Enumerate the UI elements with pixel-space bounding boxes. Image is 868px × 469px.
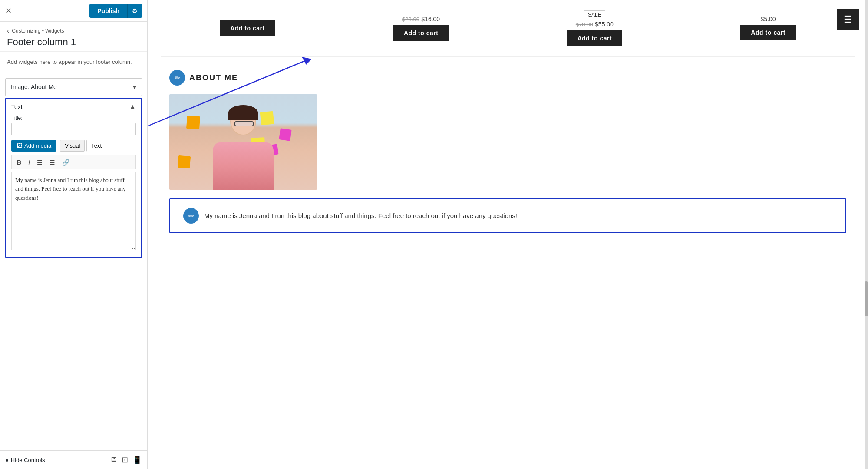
about-image: [169, 94, 317, 190]
ordered-list-button[interactable]: ☰: [47, 157, 58, 168]
product-item: $5.00 Add to cart: [740, 16, 795, 40]
price-new: $55.00: [595, 21, 614, 28]
text-widget-content: Title: 🖼 Add media Visual Text B I ☰: [6, 115, 141, 257]
breadcrumb-nav: ‹ Customizing • Widgets: [7, 27, 140, 35]
price-old: $23.00: [402, 16, 419, 23]
sticky-note-4: [178, 155, 191, 168]
add-media-label: Add media: [24, 142, 51, 149]
text-editor[interactable]: [11, 172, 136, 250]
image-widget-chevron: ▾: [133, 83, 136, 91]
link-button[interactable]: 🔗: [59, 157, 72, 168]
preview-bio-text: My name is Jenna and I run this blog abo…: [204, 211, 517, 221]
sticky-note-1: [260, 111, 274, 126]
product-item: Add to cart: [220, 20, 275, 36]
sale-badge: SALE: [584, 10, 605, 18]
back-button[interactable]: ‹: [7, 27, 9, 35]
hide-controls-icon: ●: [5, 457, 9, 463]
product-item: $23.00 $16.00 Add to cart: [393, 15, 449, 41]
image-widget-header[interactable]: Image: About Me ▾: [6, 79, 142, 96]
body: [213, 142, 274, 190]
tab-text[interactable]: Text: [86, 140, 106, 152]
add-to-cart-button-4[interactable]: Add to cart: [740, 25, 795, 40]
top-bar: ✕ Publish ⚙: [0, 0, 147, 22]
price-new: $16.00: [421, 16, 440, 23]
title-input[interactable]: [11, 123, 136, 135]
text-widget-header[interactable]: Text ▲: [6, 99, 141, 115]
add-to-cart-button-3[interactable]: Add to cart: [567, 30, 622, 46]
text-widget: Text ▲ Title: 🖼 Add media Visual Text: [5, 98, 142, 258]
title-field-label: Title:: [11, 115, 136, 121]
editor-toolbar: B I ☰ ☰ 🔗: [11, 155, 136, 169]
preview-edit-icon: ✏: [183, 208, 199, 224]
preview-text-widget-box: ✏ My name is Jenna and I run this blog a…: [169, 198, 846, 233]
glasses: [234, 121, 254, 126]
widget-area: Image: About Me ▾ Text ▲ Title: 🖼 Add me…: [0, 73, 147, 451]
text-widget-label: Text: [11, 103, 23, 110]
preview-area: Add to cart $23.00 $16.00 Add to cart SA…: [148, 0, 868, 469]
breadcrumb-area: ‹ Customizing • Widgets Footer column 1: [0, 22, 147, 52]
about-title: ABOUT ME: [189, 73, 238, 83]
sticky-note-2: [279, 128, 291, 141]
customizer-panel: ✕ Publish ⚙ ‹ Customizing • Widgets Foot…: [0, 0, 148, 469]
breadcrumb: Customizing • Widgets: [12, 28, 64, 34]
image-widget-label: Image: About Me: [11, 83, 57, 90]
about-title-row: ✏ ABOUT ME: [169, 70, 846, 86]
section-title: Footer column 1: [7, 36, 140, 48]
mobile-preview-button[interactable]: 📱: [132, 455, 142, 465]
product-price: $5.00: [761, 16, 776, 23]
close-button[interactable]: ✕: [5, 6, 12, 16]
hide-controls-label: Hide Controls: [11, 457, 45, 463]
product-item: SALE $70.00 $55.00 Add to cart: [567, 10, 622, 46]
about-section: ✏ ABOUT ME: [148, 57, 868, 198]
unordered-list-button[interactable]: ☰: [34, 157, 45, 168]
bottom-bar: ● Hide Controls 🖥 ⊡ 📱: [0, 450, 147, 469]
product-price-row: $70.00 $55.00: [576, 20, 614, 28]
add-to-cart-button-2[interactable]: Add to cart: [393, 25, 449, 41]
image-widget: Image: About Me ▾: [5, 78, 142, 96]
text-widget-expand-icon[interactable]: ▲: [129, 103, 136, 111]
sale-badge-text: SALE: [584, 10, 605, 19]
add-media-button[interactable]: 🖼 Add media: [11, 140, 56, 152]
bold-button[interactable]: B: [14, 157, 24, 168]
italic-button[interactable]: I: [26, 157, 33, 168]
desktop-preview-button[interactable]: 🖥: [109, 455, 117, 465]
hide-controls-button[interactable]: ● Hide Controls: [5, 457, 45, 463]
about-section-icon: ✏: [169, 70, 185, 86]
editor-tabs: Visual Text: [60, 140, 106, 152]
publish-button[interactable]: Publish: [89, 4, 127, 18]
products-strip: Add to cart $23.00 $16.00 Add to cart SA…: [148, 0, 868, 56]
sticky-note-6: [186, 116, 200, 129]
price-old: $70.00: [576, 21, 593, 28]
media-tabs-row: 🖼 Add media Visual Text: [11, 140, 136, 152]
add-to-cart-button-1[interactable]: Add to cart: [220, 20, 275, 36]
hamburger-button[interactable]: ☰: [837, 9, 859, 30]
preview-panel: Add to cart $23.00 $16.00 Add to cart SA…: [148, 0, 868, 469]
tablet-preview-button[interactable]: ⊡: [122, 455, 128, 465]
add-media-icon: 🖼: [17, 142, 22, 149]
product-price-row: $23.00 $16.00: [402, 15, 440, 23]
settings-button[interactable]: ⚙: [127, 4, 142, 18]
hair: [228, 105, 258, 120]
panel-description: Add widgets here to appear in your foote…: [0, 52, 147, 73]
tab-visual[interactable]: Visual: [60, 140, 85, 152]
scrollbar[interactable]: [865, 0, 868, 469]
preview-icons: 🖥 ⊡ 📱: [109, 455, 142, 465]
scrollbar-thumb[interactable]: [865, 281, 868, 316]
publish-group: Publish ⚙: [89, 4, 142, 18]
